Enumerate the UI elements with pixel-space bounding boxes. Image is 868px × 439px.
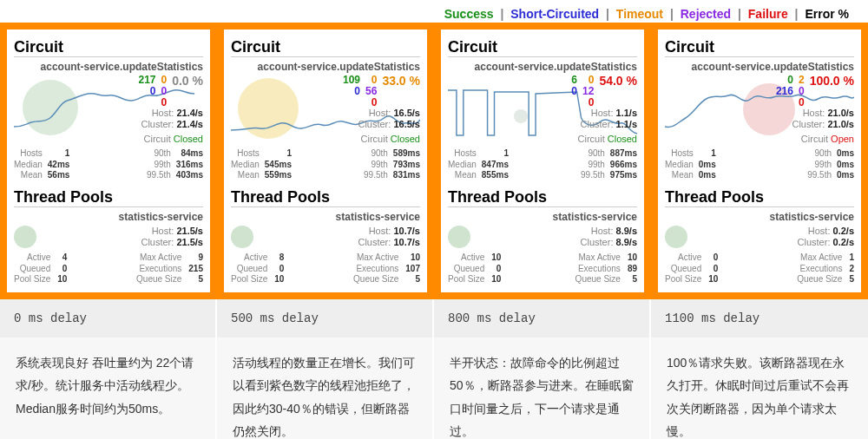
latency-stats: HostsMedianMean 1545ms559ms 90th99th99.5… <box>231 148 420 181</box>
circuit-chart: 109 0 0 56 0 33.0 % Host: 16.5/sCluster:… <box>231 75 420 146</box>
count-short: 0 <box>354 86 360 97</box>
thread-pool-name: statistics-service <box>665 211 854 223</box>
throughput: Host: 21.0/sCluster: 21.0/s <box>792 108 854 132</box>
latency-stats: HostsMedianMean 1847ms855ms 90th99th99.5… <box>448 148 637 181</box>
legend-short-circuited: Short-Circuited <box>510 7 599 21</box>
thread-pool-bubble-icon <box>448 226 470 248</box>
legend-error-pct: Error % <box>805 7 849 21</box>
circuit-chart: 6 0 0 12 0 54.0 % Host: 1.1/sCluster: 1.… <box>448 75 637 146</box>
circuit-chart: 0 216 2 0 0 100.0 % Host: 21.0/sCluster:… <box>665 75 854 146</box>
thread-pools-heading: Thread Pools <box>231 188 420 207</box>
legend-failure: Failure <box>748 7 788 21</box>
count-short: 0 <box>150 86 156 97</box>
delay-label: 1100 ms delay <box>651 299 868 337</box>
count-short: 216 <box>776 86 793 97</box>
thread-pool-summary: Host: 10.7/sCluster: 10.7/s <box>231 226 420 250</box>
thread-pool-bubble-icon <box>14 226 36 248</box>
throughput: Host: 21.4/sCluster: 21.4/s <box>141 108 203 132</box>
legend-rejected: Rejected <box>681 7 731 21</box>
thread-pool-stats: ActiveQueuedPool Size 8010 Max ActiveExe… <box>231 252 420 285</box>
dashboard-panel: Circuit account-service.updateStatistics… <box>0 23 217 299</box>
description-text: 系统表现良好 吞吐量约为 22个请求/秒。统计服务中活动线程少。Median服务… <box>0 337 217 440</box>
delay-label: 800 ms delay <box>434 299 651 337</box>
request-counts: 6 0 0 12 0 54.0 % <box>571 75 637 109</box>
count-short: 0 <box>571 86 577 97</box>
circuit-state: Circuit Closed <box>144 134 203 144</box>
thread-pool-name: statistics-service <box>231 211 420 223</box>
thread-pools-heading: Thread Pools <box>14 188 203 207</box>
throughput: Host: 1.1/sCluster: 1.1/s <box>581 108 637 132</box>
thread-pool-name: statistics-service <box>14 211 203 223</box>
dashboard-panel: Circuit account-service.updateStatistics… <box>651 23 868 299</box>
thread-pool-bubble-icon <box>665 226 687 248</box>
circuit-chart: 217 0 0 0 0 0.0 % Host: 21.4/sCluster: 2… <box>14 75 203 146</box>
request-counts: 0 216 2 0 0 100.0 % <box>776 75 854 109</box>
thread-pools-heading: Thread Pools <box>665 188 854 207</box>
throughput: Host: 16.5/sCluster: 16.5/s <box>358 108 420 132</box>
thread-pool-name: statistics-service <box>448 211 637 223</box>
legend-success: Success <box>444 7 494 21</box>
dashboard-panel: Circuit account-service.updateStatistics… <box>434 23 651 299</box>
thread-pool-bubble-icon <box>231 226 253 248</box>
command-name: account-service.updateStatistics <box>231 61 420 73</box>
circuit-heading: Circuit <box>14 38 203 57</box>
description-text: 活动线程的数量正在增长。我们可以看到紫色数字的线程池拒绝了，因此约30-40％的… <box>217 337 434 440</box>
error-rate: 54.0 % <box>599 75 637 88</box>
request-counts: 217 0 0 0 0 0.0 % <box>138 75 203 109</box>
command-name: account-service.updateStatistics <box>448 61 637 73</box>
error-rate: 0.0 % <box>172 75 203 88</box>
circuit-heading: Circuit <box>231 38 420 57</box>
error-rate: 33.0 % <box>382 75 420 88</box>
thread-pool-stats: ActiveQueuedPool Size 4010 Max ActiveExe… <box>14 252 203 285</box>
thread-pool-summary: Host: 21.5/sCluster: 21.5/s <box>14 226 203 250</box>
circuit-state: Circuit Closed <box>361 134 420 144</box>
delay-label: 0 ms delay <box>0 299 217 337</box>
error-rate: 100.0 % <box>810 75 854 88</box>
delay-label: 500 ms delay <box>217 299 434 337</box>
circuit-state: Circuit Closed <box>578 134 637 144</box>
request-counts: 109 0 0 56 0 33.0 % <box>343 75 420 109</box>
latency-stats: HostsMedianMean 142ms56ms 90th99th99.5th… <box>14 148 203 181</box>
command-name: account-service.updateStatistics <box>14 61 203 73</box>
thread-pool-summary: Host: 0.2/sCluster: 0.2/s <box>665 226 854 250</box>
thread-pool-stats: ActiveQueuedPool Size 0010 Max ActiveExe… <box>665 252 854 285</box>
latency-stats: HostsMedianMean 10ms0ms 90th99th99.5th 0… <box>665 148 854 181</box>
legend-timeout: Timeout <box>616 7 663 21</box>
description-text: 半开状态：故障命令的比例超过50％，断路器参与进来。在睡眠窗口时间量之后，下一个… <box>434 337 651 440</box>
thread-pool-summary: Host: 8.9/sCluster: 8.9/s <box>448 226 637 250</box>
thread-pools-heading: Thread Pools <box>448 188 637 207</box>
dashboard-panel: Circuit account-service.updateStatistics… <box>217 23 434 299</box>
circuit-state: Circuit Open <box>801 134 854 144</box>
circuit-heading: Circuit <box>665 38 854 57</box>
description-text: 100％请求失败。该断路器现在永久打开。休眠时间过后重试不会再次关闭断路器，因为… <box>651 337 868 440</box>
circuit-heading: Circuit <box>448 38 637 57</box>
status-legend: Success | Short-Circuited | Timeout | Re… <box>0 0 868 23</box>
command-name: account-service.updateStatistics <box>665 61 854 73</box>
thread-pool-stats: ActiveQueuedPool Size 10010 Max ActiveEx… <box>448 252 637 285</box>
